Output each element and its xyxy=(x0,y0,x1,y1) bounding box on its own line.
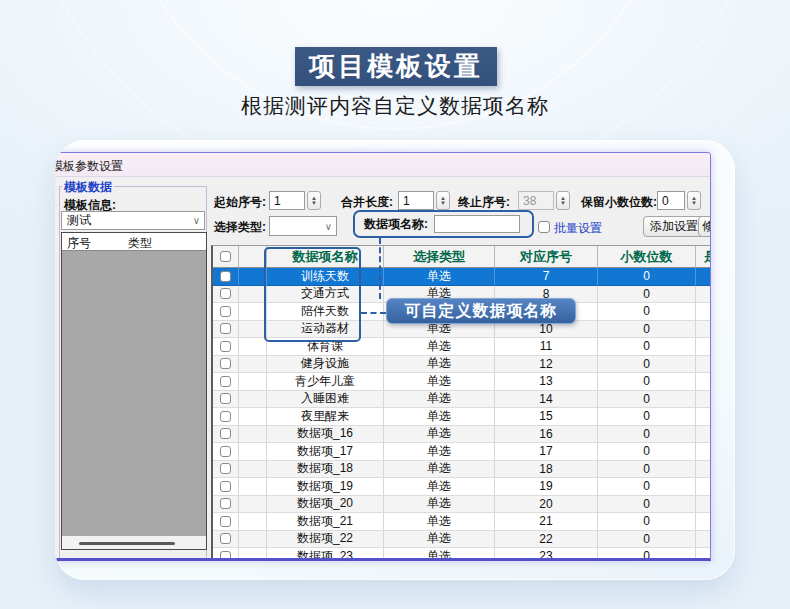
table-row[interactable]: 训练天数 单选 7 0 xyxy=(213,268,711,286)
row-checkbox[interactable] xyxy=(220,358,231,369)
spinner-arrows-icon[interactable]: ▲▼ xyxy=(307,191,321,210)
template-select[interactable]: 测试 ∨ xyxy=(61,211,205,230)
cell-decimals[interactable]: 0 xyxy=(598,443,696,461)
cell-select-type[interactable]: 单选 xyxy=(384,461,495,479)
row-checkbox[interactable] xyxy=(220,463,231,474)
cell-item-name[interactable]: 数据项_20 xyxy=(267,496,384,514)
row-checkbox[interactable] xyxy=(220,288,231,299)
cell-select-type[interactable]: 单选 xyxy=(384,478,495,496)
add-setting-button[interactable]: 添加设置 xyxy=(643,216,705,237)
item-name-input[interactable] xyxy=(434,215,520,233)
table-row[interactable]: 夜里醒来 单选 15 0 xyxy=(213,408,711,426)
cell-item-name[interactable]: 数据项_18 xyxy=(267,461,384,479)
table-row[interactable]: 数据项_21 单选 21 0 xyxy=(213,513,711,531)
cell-item-name[interactable]: 数据项_21 xyxy=(267,513,384,531)
cell-seq-no[interactable]: 12 xyxy=(495,356,598,374)
cell-item-name[interactable]: 数据项_19 xyxy=(267,478,384,496)
cell-decimals[interactable]: 0 xyxy=(598,321,696,339)
row-checkbox[interactable] xyxy=(220,516,231,527)
cell-item-name[interactable]: 青少年儿童 xyxy=(267,373,384,391)
cell-decimals[interactable]: 0 xyxy=(598,531,696,549)
cell-decimals[interactable]: 0 xyxy=(598,548,696,559)
start-no-stepper[interactable]: ▲▼ xyxy=(269,191,321,210)
modify-setting-button[interactable]: 修改设置 xyxy=(698,216,711,237)
cell-decimals[interactable]: 0 xyxy=(598,408,696,426)
cell-decimals[interactable]: 0 xyxy=(598,268,696,286)
cell-decimals[interactable]: 0 xyxy=(598,356,696,374)
table-row[interactable]: 入睡困难 单选 14 0 xyxy=(213,391,711,409)
cell-decimals[interactable]: 0 xyxy=(598,478,696,496)
row-checkbox[interactable] xyxy=(220,481,231,492)
table-row[interactable]: 青少年儿童 单选 13 0 xyxy=(213,373,711,391)
cell-select-type[interactable]: 单选 xyxy=(384,408,495,426)
row-checkbox[interactable] xyxy=(220,271,231,282)
header-decimals[interactable]: 小数位数 xyxy=(598,246,696,268)
row-checkbox[interactable] xyxy=(220,446,231,457)
row-checkbox[interactable] xyxy=(220,411,231,422)
cell-decimals[interactable]: 0 xyxy=(598,513,696,531)
cell-item-name[interactable]: 交通方式 xyxy=(267,286,384,304)
cell-select-type[interactable]: 单选 xyxy=(384,391,495,409)
cell-decimals[interactable]: 0 xyxy=(598,496,696,514)
row-checkbox[interactable] xyxy=(220,323,231,334)
cell-item-name[interactable]: 入睡困难 xyxy=(267,391,384,409)
cell-decimals[interactable]: 0 xyxy=(598,391,696,409)
cell-seq-no[interactable]: 17 xyxy=(495,443,598,461)
cell-item-name[interactable]: 数据项_17 xyxy=(267,443,384,461)
cell-item-name[interactable]: 夜里醒来 xyxy=(267,408,384,426)
header-seq-no[interactable]: 对应序号 xyxy=(495,246,598,268)
spinner-arrows-icon[interactable]: ▲▼ xyxy=(687,191,701,210)
cell-select-type[interactable]: 单选 xyxy=(384,426,495,444)
cell-seq-no[interactable]: 7 xyxy=(495,268,598,286)
row-checkbox[interactable] xyxy=(220,498,231,509)
cell-seq-no[interactable]: 11 xyxy=(495,338,598,356)
spinner-arrows-icon[interactable]: ▲▼ xyxy=(436,191,450,210)
cell-seq-no[interactable]: 23 xyxy=(495,548,598,559)
cell-seq-no[interactable]: 15 xyxy=(495,408,598,426)
cell-seq-no[interactable]: 21 xyxy=(495,513,598,531)
cell-item-name[interactable]: 数据项_23 xyxy=(267,548,384,559)
cell-decimals[interactable]: 0 xyxy=(598,373,696,391)
header-item-name[interactable]: 数据项名称 xyxy=(267,246,384,268)
cell-select-type[interactable]: 单选 xyxy=(384,531,495,549)
batch-checkbox[interactable] xyxy=(538,221,550,233)
cell-decimals[interactable]: 0 xyxy=(598,426,696,444)
cell-seq-no[interactable]: 19 xyxy=(495,478,598,496)
row-checkbox[interactable] xyxy=(220,533,231,544)
table-row[interactable]: 数据项_23 单选 23 0 xyxy=(213,548,711,559)
header-select-type[interactable]: 选择类型 xyxy=(384,246,495,268)
table-row[interactable]: 数据项_19 单选 19 0 xyxy=(213,478,711,496)
cell-select-type[interactable]: 单选 xyxy=(384,496,495,514)
decimals-stepper[interactable]: ▲▼ xyxy=(657,191,701,210)
table-row[interactable]: 数据项_16 单选 16 0 xyxy=(213,426,711,444)
table-row[interactable]: 健身设施 单选 12 0 xyxy=(213,356,711,374)
table-row[interactable]: 数据项_20 单选 20 0 xyxy=(213,496,711,514)
cell-seq-no[interactable]: 13 xyxy=(495,373,598,391)
cell-item-name[interactable]: 训练天数 xyxy=(267,268,384,286)
table-row[interactable]: 体育课 单选 11 0 xyxy=(213,338,711,356)
cell-select-type[interactable]: 单选 xyxy=(384,338,495,356)
cell-decimals[interactable]: 0 xyxy=(598,303,696,321)
table-row[interactable]: 数据项_22 单选 22 0 xyxy=(213,531,711,549)
cell-decimals[interactable]: 0 xyxy=(598,338,696,356)
cell-decimals[interactable]: 0 xyxy=(598,461,696,479)
cell-select-type[interactable]: 单选 xyxy=(384,548,495,559)
sidebar-hscrollbar[interactable] xyxy=(62,535,206,549)
cell-select-type[interactable]: 单选 xyxy=(384,356,495,374)
cell-decimals[interactable]: 0 xyxy=(598,286,696,304)
cell-select-type[interactable]: 单选 xyxy=(384,268,495,286)
cell-item-name[interactable]: 运动器材 xyxy=(267,321,384,339)
cell-seq-no[interactable]: 22 xyxy=(495,531,598,549)
cell-select-type[interactable]: 单选 xyxy=(384,443,495,461)
cell-seq-no[interactable]: 18 xyxy=(495,461,598,479)
table-row[interactable]: 数据项_17 单选 17 0 xyxy=(213,443,711,461)
row-checkbox[interactable] xyxy=(220,393,231,404)
cell-seq-no[interactable]: 20 xyxy=(495,496,598,514)
cell-item-name[interactable]: 体育课 xyxy=(267,338,384,356)
table-row[interactable]: 数据项_18 单选 18 0 xyxy=(213,461,711,479)
scrollbar-thumb[interactable] xyxy=(79,542,175,545)
start-no-input[interactable] xyxy=(269,191,305,210)
cell-item-name[interactable]: 健身设施 xyxy=(267,356,384,374)
cell-select-type[interactable]: 单选 xyxy=(384,513,495,531)
row-checkbox[interactable] xyxy=(220,551,231,559)
